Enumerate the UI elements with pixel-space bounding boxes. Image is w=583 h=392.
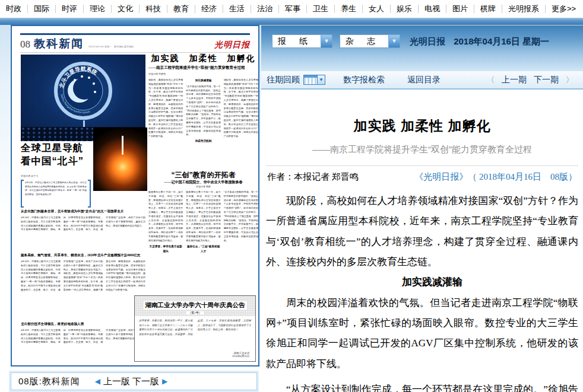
nav-item-qipai[interactable]: 棋牌 [474, 5, 502, 13]
bracket-right [88, 180, 91, 208]
article-paragraph: “从方案设计到制作完成，每一个环节都是在这里完成的。”徐旭告诉记者，他的课题创造… [266, 380, 578, 392]
nav-item-wenhua[interactable]: 文化 [111, 5, 139, 13]
newspaper-page-panel[interactable]: 08 教科新闻 2018年4月16日 星期一 责任编辑 美术编辑 光明日报 [11, 25, 259, 366]
sanchuang-crosshead-2: 服务社会，“三创”教育成就人才 [186, 244, 220, 254]
beidou-article-title[interactable]: 全球卫星导航 看中国“北斗” [21, 141, 99, 168]
article-content: 加实践 加柔性 加孵化 ——南京工程学院将提升学生“双创”能力贯穿教育全过程 作… [261, 90, 583, 392]
magazine-select-value: 杂 志 [340, 35, 388, 47]
lead-article-text: 现阶段，高校如何在人才培养领域精准对接国家“双创”方针？作为一所普通省属应用型本… [148, 78, 258, 168]
masthead-rule [20, 33, 250, 35]
paper-select-value: 报 纸 [273, 35, 321, 47]
calendar-dropdown-icon[interactable]: ▼ [318, 75, 325, 85]
prev-page-arrow-icon[interactable]: ◀ [95, 377, 100, 385]
lead-crosshead-1: 加实践减灌输 [186, 78, 220, 83]
top-nav: 时政 国际 时评 理论 文化 科技 教育 经济 生活 法治 军事 卫生 养生 女… [0, 0, 583, 18]
reader-toolbar: 往期回顾 ▼ 数字报检索 返回目录 〈 上一期 下一期 〉 [261, 71, 583, 90]
lead-article-title[interactable]: 加实践 加柔性 加孵化 [148, 53, 258, 64]
lead-crosshead-2: 加柔性活机制 [186, 139, 220, 144]
next-page-arrow-icon[interactable]: ▶ [162, 377, 167, 385]
article-subtitle: ——南京工程学院将提升学生“双创”能力贯穿教育全过程 [267, 144, 577, 155]
nav-item-shiping[interactable]: 时评 [55, 5, 83, 13]
article-paragraph: 现阶段，高校如何在人才培养领域精准对接国家“双创”方针？作为一所普通省属应用型本… [266, 191, 578, 272]
current-page-label: 08版:教科新闻 [18, 376, 80, 387]
issue-masthead: 光明日报 2018年04月16日 星期一 [410, 36, 549, 47]
page-nav-bar: 08版:教科新闻 ◀ 上一版 下一版 ▶ [11, 372, 257, 390]
article-author: 作者：本报记者 郑晋鸣 [267, 171, 359, 183]
page-thumbnail-region: 08 教科新闻 2018年4月16日 星期一 责任编辑 美术编辑 光明日报 [0, 25, 261, 392]
lead-article-byline: 本报记者 郑晋鸣 [148, 72, 258, 75]
nav-item-junshi[interactable]: 军事 [278, 5, 306, 13]
nav-item-lilun[interactable]: 理论 [83, 5, 111, 13]
nav-item-shenghuo[interactable]: 生活 [223, 5, 251, 13]
beidou-crosshead-1: 从走出国门到服务全球，北斗有望成为中国“走出去”的又一张国家名片 [21, 209, 145, 213]
notice-title: 湖南工业大学办学六十周年庆典公告 [144, 301, 247, 310]
nav-item-fazhi[interactable]: 法治 [251, 5, 278, 13]
nav-item-dianshi[interactable]: 电视 [418, 5, 446, 13]
nav-item-yule[interactable]: 娱乐 [390, 5, 418, 13]
beidou-text-3: 4月10日，中国第八颗北斗三号卫星顺利进入预定轨道，北斗卫星导航系统进入全球组网… [21, 329, 145, 362]
masthead-logo: 光明日报 [214, 40, 250, 50]
nav-item-keji[interactable]: 科技 [139, 5, 167, 13]
masthead-name: 光明日报 [410, 36, 445, 46]
nav-item-yangsheng[interactable]: 养生 [334, 5, 362, 13]
page-number: 08 [20, 39, 30, 50]
article-meta-row: 作者：本报记者 郑晋鸣 《光明日报》（ 2018年04月16日 08版） [267, 171, 577, 183]
university-notice-box[interactable]: 湖南工业大学办学六十周年庆典公告 （第1号） 岁序更替，华章日新。栉风沐雨一甲子… [134, 295, 256, 362]
sanchuang-article-text: 陈焕春院士数十年如一日，致力于创新、创业、创造“三创”教育，带领团队把论文写在祖… [148, 190, 258, 292]
back-to-contents-link[interactable]: 返回目录 [407, 75, 441, 85]
article-title: 加实践 加柔性 加孵化 [267, 117, 577, 135]
rocket-launch-photo[interactable] [93, 128, 147, 191]
sanchuang-article-title[interactable]: “三创”教育的开拓者 [148, 170, 258, 180]
article-section-heading: 加实践减灌输 [266, 272, 578, 292]
lead-article-subtitle: ——南京工程学院将提升学生“双创”能力贯穿教育全过程 [148, 65, 258, 71]
paper-select[interactable]: 报 纸 ▼ [272, 34, 332, 48]
beidou-article-byline: 本报记者 袁于飞 [21, 174, 38, 177]
calendar-picker[interactable]: ▼ [303, 75, 325, 85]
sanchuang-crosshead-1: 立足课堂，带学生勇立创新潮头 [148, 244, 183, 254]
next-page-link[interactable]: 下一版 [132, 376, 159, 387]
article-source-link[interactable]: 《光明日报》（ 2018年04月16日 08版） [414, 171, 577, 183]
notice-header: 湖南工业大学办学六十周年庆典公告 （第1号） [135, 296, 255, 316]
sanchuang-article-subtitle: ——记中国工程院院士、华中农业大学教授陈焕春 [148, 180, 258, 185]
article-body: 现阶段，高校如何在人才培养领域精准对接国家“双创”方针？作为一所普通省属应用型本… [266, 191, 578, 392]
nav-item-weisheng[interactable]: 卫生 [306, 5, 334, 13]
calendar-icon[interactable] [303, 75, 318, 85]
header-separator [20, 52, 250, 53]
nav-item-more[interactable]: 更多>> [545, 5, 582, 13]
prev-issue-link[interactable]: 上一期 [502, 75, 527, 85]
issue-date: 2018年04月16日 星期一 [454, 36, 549, 46]
section-title: 教科新闻 [34, 36, 84, 52]
magazine-select[interactable]: 杂 志 ▼ [340, 34, 400, 48]
beidou-crosshead-2: 服务高铁、燃气管道、共享单车、精准农业，2020年北斗产业规模预计达4000亿元 [21, 253, 145, 257]
page-header: 08 教科新闻 2018年4月16日 星期一 责任编辑 美术编辑 光明日报 [20, 36, 250, 52]
digital-search-link[interactable]: 数字报检索 [343, 75, 385, 85]
nav-item-guoji[interactable]: 国际 [27, 5, 55, 13]
next-issue-link[interactable]: 下一期 [534, 75, 559, 85]
page-meta: 2018年4月16日 星期一 责任编辑 美术编辑 [88, 45, 134, 48]
notice-body-text: 岁序更替，华章日新。栉风沐雨一甲子，薪火相传六十年。湖南工业大学将于二〇一八年十… [135, 316, 255, 350]
nav-item-jiaoyu[interactable]: 教育 [167, 5, 195, 13]
article-divider [266, 165, 578, 166]
sanchuang-article-byline: 本报记者 夏静 [148, 185, 258, 188]
nav-item-jingji[interactable]: 经济 [195, 5, 223, 13]
beidou-emblem: 北斗卫星导航系统 BeiDou Navigation Satellite Sys… [51, 59, 115, 123]
past-issues-link[interactable]: 往期回顾 [267, 75, 300, 85]
nav-item-baoxi[interactable]: 光明报系 [502, 5, 545, 13]
chevron-down-icon[interactable]: ▼ [388, 35, 400, 47]
prev-issue-arrow-icon[interactable]: 〈 [487, 75, 495, 85]
nav-item-nvren[interactable]: 女人 [362, 5, 390, 13]
beidou-crosshead-3: 北斗部分技术全球领先，将更好地造福人类 [21, 322, 145, 326]
newspaper-page: 08 教科新闻 2018年4月16日 星期一 责任编辑 美术编辑 光明日报 [12, 26, 258, 365]
beidou-intro-box: 4月10日，中国第八颗北斗三号卫星顺利进入预定轨道，北斗卫星导航系统进入全球组网… [21, 180, 91, 208]
chevron-down-icon[interactable]: ▼ [321, 35, 332, 47]
beidou-text-1: 4月10日，中国第八颗北斗三号卫星顺利进入预定轨道，北斗卫星导航系统进入全球组网… [21, 216, 145, 251]
bracket-left [21, 180, 24, 208]
nav-item-tupian[interactable]: 图片 [446, 5, 474, 13]
next-issue-arrow-icon[interactable]: 〉 [566, 75, 574, 85]
nav-item-shizheng[interactable]: 时政 [0, 5, 27, 13]
article-paragraph: 周末的校园洋溢着欢快的气氛。但当记者走进南京工程学院“物联网+”项目训练室时，紧… [266, 293, 578, 374]
notice-number: （第1号） [136, 311, 254, 314]
reader-header: 报 纸 ▼ 杂 志 ▼ 光明日报 2018年04月16日 星期一 [261, 25, 583, 72]
article-reader-region: 报 纸 ▼ 杂 志 ▼ 光明日报 2018年04月16日 星期一 往期回顾 ▼ … [261, 25, 583, 392]
prev-page-link[interactable]: 上一版 [103, 376, 130, 387]
